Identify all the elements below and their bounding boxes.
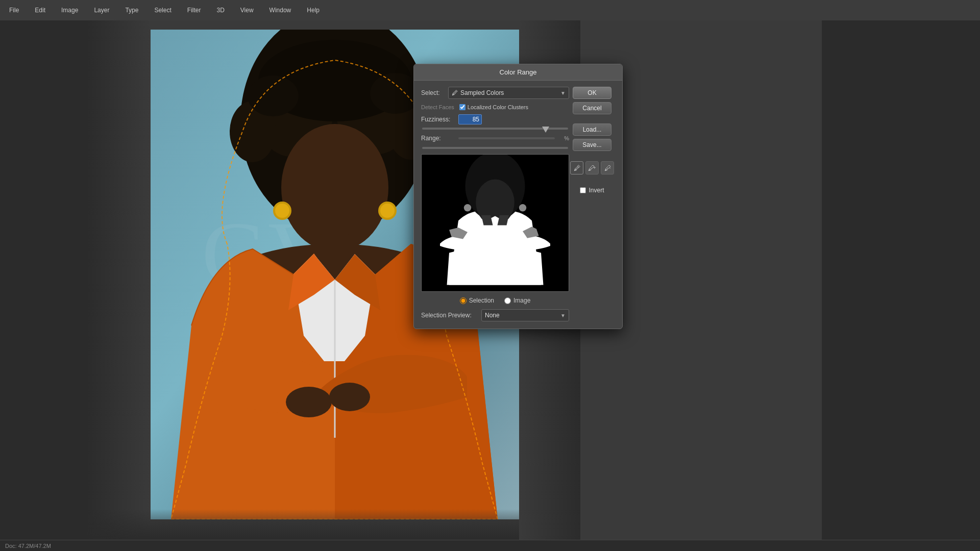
menu-bar: File Edit Image Layer Type Select Filter…: [0, 0, 980, 20]
range-track: [458, 137, 555, 139]
dialog-body: Select: 🖉 Sampled Colors ▼ Detect Faces: [414, 81, 622, 329]
selection-preview-chevron-icon: ▼: [560, 313, 566, 318]
svg-point-25: [519, 204, 526, 211]
selection-preview-label: Selection Preview:: [421, 312, 477, 319]
select-label: Select:: [421, 89, 444, 96]
dialog-content: Select: 🖉 Sampled Colors ▼ Detect Faces: [421, 87, 615, 321]
cancel-button[interactable]: Cancel: [573, 102, 611, 114]
bottom-photo-border: [87, 509, 519, 540]
menu-item-help[interactable]: Help: [303, 5, 324, 16]
status-bar: Doc: 47.2M/47.2M: [0, 540, 980, 551]
range-slider-container: [421, 147, 569, 149]
add-sample-eyedropper-button[interactable]: 🖊 +: [585, 161, 599, 174]
left-photo-border: [87, 20, 151, 540]
remove-sample-eyedropper-button[interactable]: 🖊 -: [601, 161, 614, 174]
invert-checkbox[interactable]: [580, 187, 586, 193]
eyedropper-row: 🖉 🖊 + 🖊 -: [570, 161, 614, 174]
selection-radio-label[interactable]: Selection: [460, 297, 494, 304]
minus-icon: -: [609, 165, 611, 170]
menu-item-window[interactable]: Window: [265, 5, 296, 16]
ok-button[interactable]: OK: [573, 87, 611, 99]
svg-point-20: [380, 204, 395, 218]
dialog-left-panel: Select: 🖉 Sampled Colors ▼ Detect Faces: [421, 87, 569, 321]
menu-item-select[interactable]: Select: [150, 5, 175, 16]
localized-clusters-text: Localized Color Clusters: [468, 104, 528, 110]
invert-label: Invert: [589, 187, 604, 194]
preview-container: [421, 154, 569, 292]
selection-preview-dropdown[interactable]: None ▼: [481, 309, 569, 321]
selection-radio[interactable]: [460, 297, 467, 304]
svg-point-9: [248, 76, 299, 116]
status-text: Doc: 47.2M/47.2M: [5, 543, 51, 549]
image-radio-text: Image: [513, 297, 530, 304]
range-row: Range: %: [421, 135, 569, 142]
right-panel: [822, 20, 980, 551]
invert-row[interactable]: Invert: [580, 187, 604, 194]
sample-eyedropper-button[interactable]: 🖉: [570, 161, 583, 174]
eyedropper-icon: 🖉: [452, 89, 458, 96]
fuzziness-slider-container: [421, 128, 569, 130]
svg-point-11: [281, 124, 388, 252]
menu-item-filter[interactable]: Filter: [183, 5, 205, 16]
fuzziness-input[interactable]: [458, 114, 482, 124]
menu-item-view[interactable]: View: [236, 5, 258, 16]
fuzziness-slider-track: [422, 128, 568, 130]
select-row: Select: 🖉 Sampled Colors ▼: [421, 87, 569, 99]
dialog-right-panel: OK Cancel Load... Save... 🖉 🖊 +: [569, 87, 615, 321]
select-value: Sampled Colors: [460, 89, 504, 96]
dialog-title: Color Range: [414, 64, 622, 81]
svg-point-18: [275, 204, 289, 218]
image-radio-label[interactable]: Image: [504, 297, 530, 304]
options-row: Detect Faces Localized Color Clusters: [421, 104, 569, 110]
range-percent: %: [559, 135, 569, 141]
svg-point-24: [464, 204, 471, 211]
range-slider-track: [422, 147, 568, 149]
left-toolbar: [0, 20, 87, 551]
range-label: Range:: [421, 135, 454, 142]
svg-point-16: [329, 383, 370, 411]
eyedropper-sample-icon: 🖉: [574, 164, 580, 172]
select-dropdown[interactable]: 🖉 Sampled Colors ▼: [448, 87, 569, 99]
menu-item-file[interactable]: File: [5, 5, 23, 16]
selection-preview-row: Selection Preview: None ▼: [421, 309, 569, 321]
fuzziness-row: Fuzziness:: [421, 114, 569, 124]
fuzziness-label: Fuzziness:: [421, 116, 454, 123]
menu-item-3d[interactable]: 3D: [212, 5, 228, 16]
menu-item-type[interactable]: Type: [121, 5, 142, 16]
load-button[interactable]: Load...: [573, 123, 611, 136]
save-button[interactable]: Save...: [573, 139, 611, 151]
menu-item-edit[interactable]: Edit: [31, 5, 50, 16]
detect-faces-label: Detect Faces: [421, 104, 454, 110]
localized-clusters-checkbox[interactable]: [459, 104, 465, 110]
svg-point-15: [286, 387, 332, 417]
selection-radio-text: Selection: [469, 297, 494, 304]
image-radio[interactable]: [504, 297, 511, 304]
selection-preview-value: None: [485, 312, 500, 319]
select-chevron-icon: ▼: [560, 90, 566, 96]
fuzziness-slider-thumb[interactable]: [542, 127, 549, 133]
menu-item-layer[interactable]: Layer: [90, 5, 113, 16]
color-range-dialog: Color Range Select: 🖉 Sampled Colors ▼: [413, 64, 623, 329]
preview-svg: [422, 155, 569, 291]
radio-row: Selection Image: [421, 297, 569, 304]
localized-clusters-label[interactable]: Localized Color Clusters: [459, 104, 528, 110]
menu-item-image[interactable]: Image: [57, 5, 82, 16]
plus-icon: +: [593, 165, 596, 170]
